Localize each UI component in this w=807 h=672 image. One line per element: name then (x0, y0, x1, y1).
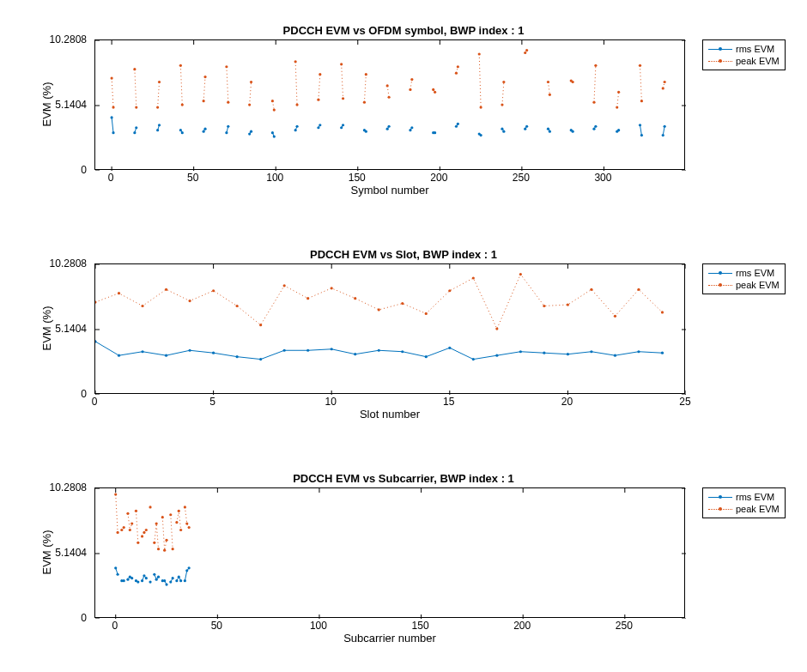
svg-point-101 (457, 65, 459, 68)
svg-point-36 (294, 129, 297, 131)
svg-point-59 (549, 130, 551, 133)
svg-point-256 (179, 529, 182, 531)
svg-point-29 (203, 128, 206, 130)
svg-point-151 (401, 350, 404, 353)
svg-point-41 (342, 124, 344, 126)
axes-area (94, 39, 685, 170)
svg-point-171 (283, 284, 286, 287)
svg-point-212 (130, 577, 133, 579)
svg-point-220 (155, 578, 158, 581)
svg-point-166 (165, 288, 167, 291)
svg-point-164 (118, 292, 120, 294)
svg-point-85 (273, 108, 276, 111)
legend-label: peak EVM (736, 280, 780, 290)
svg-point-257 (184, 506, 186, 508)
svg-point-70 (111, 76, 113, 79)
svg-point-247 (155, 523, 158, 525)
svg-point-104 (501, 104, 503, 106)
svg-point-140 (141, 350, 143, 353)
svg-point-81 (227, 101, 229, 104)
svg-point-239 (130, 523, 133, 525)
svg-point-57 (525, 125, 528, 128)
svg-point-227 (175, 579, 178, 582)
svg-point-105 (502, 81, 505, 83)
svg-point-79 (203, 76, 206, 78)
svg-point-53 (480, 134, 482, 136)
svg-point-35 (273, 135, 276, 137)
svg-point-33 (250, 130, 252, 133)
chart-title: PDCCH EVM vs OFDM symbol, BWP index : 1 (0, 24, 807, 37)
svg-point-180 (495, 328, 498, 330)
svg-point-169 (236, 305, 239, 307)
chart-title: PDCCH EVM vs Slot, BWP index : 1 (0, 248, 807, 261)
legend-label: rms EVM (736, 492, 774, 502)
svg-point-108 (547, 81, 549, 83)
svg-point-25 (158, 124, 161, 126)
svg-point-238 (129, 529, 131, 531)
svg-point-21 (112, 131, 114, 134)
svg-point-74 (156, 106, 159, 108)
svg-point-78 (203, 100, 205, 102)
svg-point-221 (157, 576, 160, 578)
svg-point-228 (178, 576, 180, 578)
svg-point-119 (664, 81, 666, 83)
svg-point-234 (116, 531, 118, 534)
svg-point-170 (259, 324, 262, 326)
svg-point-55 (502, 130, 505, 133)
svg-point-65 (617, 129, 620, 131)
svg-point-68 (662, 134, 664, 136)
svg-point-95 (387, 96, 390, 99)
svg-point-37 (295, 125, 298, 128)
svg-point-230 (184, 579, 186, 582)
svg-point-223 (163, 579, 166, 582)
svg-point-26 (179, 129, 182, 131)
svg-point-253 (172, 548, 174, 550)
svg-point-84 (271, 100, 274, 102)
svg-point-148 (331, 348, 333, 350)
svg-point-226 (172, 577, 174, 579)
svg-point-242 (141, 535, 143, 537)
legend: rms EVM peak EVM (702, 263, 786, 294)
svg-point-251 (165, 539, 167, 542)
svg-point-172 (306, 297, 309, 300)
svg-point-168 (212, 289, 215, 292)
svg-point-160 (614, 354, 616, 357)
svg-point-99 (434, 91, 436, 94)
x-axis-label: Slot number (94, 408, 685, 421)
svg-point-250 (163, 549, 166, 552)
subplot-subcarrier: PDCCH EVM vs Subcarrier, BWP index : 1 E… (0, 448, 807, 672)
legend-label: peak EVM (736, 504, 780, 514)
svg-point-147 (306, 349, 309, 352)
plot-lines (95, 264, 686, 395)
svg-point-83 (250, 81, 252, 83)
svg-point-217 (145, 577, 148, 579)
plot-lines (95, 488, 686, 619)
svg-point-30 (225, 131, 228, 134)
svg-point-73 (135, 106, 137, 108)
svg-point-249 (161, 516, 164, 518)
legend: rms EVM peak EVM (702, 487, 786, 518)
svg-point-45 (387, 125, 390, 128)
svg-point-177 (425, 312, 428, 315)
y-ticks: 05.140410.2808 (0, 39, 90, 170)
svg-point-117 (640, 100, 643, 102)
svg-point-24 (156, 129, 159, 131)
svg-point-219 (153, 573, 155, 576)
svg-point-39 (319, 124, 321, 126)
svg-point-66 (639, 124, 641, 126)
svg-point-243 (143, 531, 145, 534)
svg-point-174 (354, 297, 356, 300)
svg-point-187 (661, 311, 664, 313)
svg-point-231 (185, 569, 188, 572)
y-ticks: 05.140410.2808 (0, 487, 90, 618)
svg-point-158 (567, 353, 569, 355)
legend-item-peak: peak EVM (708, 503, 780, 515)
svg-point-113 (594, 64, 597, 67)
svg-point-32 (248, 133, 251, 136)
svg-point-246 (153, 542, 155, 544)
svg-point-215 (141, 579, 143, 582)
svg-point-139 (118, 354, 120, 357)
svg-point-152 (425, 355, 428, 358)
svg-point-82 (248, 104, 251, 106)
legend-item-peak: peak EVM (708, 55, 780, 67)
